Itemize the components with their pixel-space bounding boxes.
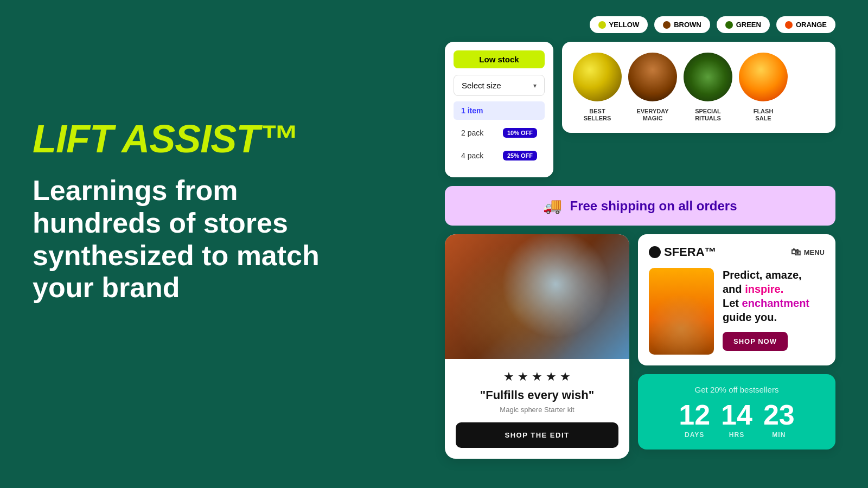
product-info: ★ ★ ★ ★ ★ "Fulfills every wish" Magic sp… (445, 359, 629, 459)
color-option-brown[interactable]: BROWN (654, 16, 710, 33)
color-option-yellow[interactable]: YELLOW (590, 16, 648, 33)
category-img-flash-sale[interactable] (739, 53, 788, 101)
right-cards: SFERA™ 🛍 MENU Predict, amaze,and inspire… (638, 234, 835, 459)
size-option-2pack-label: 2 pack (461, 129, 483, 137)
sfera-logo-circle (649, 246, 661, 258)
menu-icon: 🛍 (791, 247, 801, 258)
color-dot-green (725, 21, 733, 29)
category-card: BESTSELLERS EVERYDAYMAGIC SPECIALRITUALS… (562, 42, 835, 133)
color-label-brown: BROWN (674, 21, 701, 29)
sfera-text: Predict, amaze,and inspire.Let enchantme… (723, 268, 825, 355)
sfera-menu-button[interactable]: 🛍 MENU (791, 247, 825, 258)
category-images (573, 53, 825, 101)
color-label-orange: ORANGE (796, 21, 827, 29)
shop-now-button[interactable]: SHOP NOW (723, 332, 788, 351)
countdown-days-value: 12 (679, 401, 710, 429)
color-option-orange[interactable]: ORANGE (776, 16, 835, 33)
category-labels: BESTSELLERS EVERYDAYMAGIC SPECIALRITUALS… (573, 108, 825, 122)
tagline: Learnings from hundreds of stores synthe… (33, 175, 347, 304)
sfera-header: SFERA™ 🛍 MENU (649, 245, 825, 259)
review-text: "Fulfills every wish" (456, 388, 618, 402)
chevron-down-icon: ▾ (533, 82, 537, 89)
low-stock-badge[interactable]: Low stock (454, 50, 545, 68)
top-row: Low stock Select size ▾ 1 item 2 pack 10… (445, 42, 835, 177)
left-section: LIFT ASSIST™ Learnings from hundreds of … (33, 119, 347, 304)
shipping-text: Free shipping on all orders (570, 198, 737, 214)
color-label-yellow: YELLOW (609, 21, 640, 29)
countdown-days-unit: DAYS (679, 431, 710, 439)
stars: ★ ★ ★ ★ ★ (456, 370, 618, 384)
category-label-everyday-magic: EVERYDAYMAGIC (628, 108, 677, 122)
category-label-best-sellers: BESTSELLERS (573, 108, 622, 122)
right-section: YELLOW BROWN GREEN ORANGE Low stock Sele… (445, 16, 835, 459)
size-option-4pack-label: 4 pack (461, 151, 483, 160)
sfera-logo-text: SFERA™ (664, 245, 717, 259)
shipping-banner: 🚚 Free shipping on all orders (445, 186, 835, 226)
sfera-card: SFERA™ 🛍 MENU Predict, amaze,and inspire… (638, 234, 835, 365)
size-option-2pack[interactable]: 2 pack 10% OFF (454, 123, 545, 143)
shop-edit-button[interactable]: SHOP THE EDIT (456, 422, 618, 448)
countdown-days: 12 DAYS (679, 401, 710, 439)
product-image-area (445, 234, 629, 359)
sfera-menu-label: MENU (804, 248, 825, 256)
size-selector-card: Low stock Select size ▾ 1 item 2 pack 10… (445, 42, 553, 177)
bottom-row: ★ ★ ★ ★ ★ "Fulfills every wish" Magic sp… (445, 234, 835, 459)
countdown-numbers: 12 DAYS 14 HRS 23 MIN (651, 401, 822, 439)
color-dot-brown (663, 21, 671, 29)
size-option-1item[interactable]: 1 item (454, 101, 545, 120)
sfera-image (649, 268, 714, 355)
brand-title: LIFT ASSIST™ (33, 119, 347, 158)
category-img-everyday-magic[interactable] (628, 53, 677, 101)
countdown-min-unit: MIN (763, 431, 795, 439)
product-name: Magic sphere Starter kit (456, 406, 618, 414)
sfera-logo: SFERA™ (649, 245, 717, 259)
sfera-tagline: Predict, amaze,and inspire.Let enchantme… (723, 268, 825, 324)
color-picker-row: YELLOW BROWN GREEN ORANGE (445, 16, 835, 33)
size-dropdown[interactable]: Select size ▾ (454, 75, 545, 96)
truck-icon: 🚚 (543, 197, 562, 215)
sfera-accent-enchantment: enchantment (742, 297, 809, 309)
color-label-green: GREEN (736, 21, 761, 29)
size-dropdown-label: Select size (462, 81, 501, 90)
countdown-min: 23 MIN (763, 401, 795, 439)
size-option-4pack[interactable]: 4 pack 25% OFF (454, 146, 545, 165)
countdown-label: Get 20% off bestsellers (651, 385, 822, 394)
product-card: ★ ★ ★ ★ ★ "Fulfills every wish" Magic sp… (445, 234, 629, 459)
size-badge-2pack: 10% OFF (503, 128, 537, 138)
category-label-flash-sale: FLASHSALE (739, 108, 788, 122)
color-dot-orange (785, 21, 793, 29)
size-option-1item-label: 1 item (461, 106, 483, 115)
color-dot-yellow (598, 21, 606, 29)
countdown-hrs: 14 HRS (721, 401, 752, 439)
product-image (445, 234, 629, 359)
category-label-special-rituals: SPECIALRITUALS (684, 108, 732, 122)
sfera-accent-inspire: inspire. (745, 283, 783, 295)
color-option-green[interactable]: GREEN (717, 16, 770, 33)
category-img-best-sellers[interactable] (573, 53, 622, 101)
size-badge-4pack: 25% OFF (503, 151, 537, 160)
countdown-card: Get 20% off bestsellers 12 DAYS 14 HRS 2… (638, 374, 835, 450)
category-img-special-rituals[interactable] (684, 53, 732, 101)
countdown-min-value: 23 (763, 401, 795, 429)
sfera-content: Predict, amaze,and inspire.Let enchantme… (649, 268, 825, 355)
countdown-hrs-value: 14 (721, 401, 752, 429)
sfera-image-inner (649, 268, 714, 355)
countdown-hrs-unit: HRS (721, 431, 752, 439)
